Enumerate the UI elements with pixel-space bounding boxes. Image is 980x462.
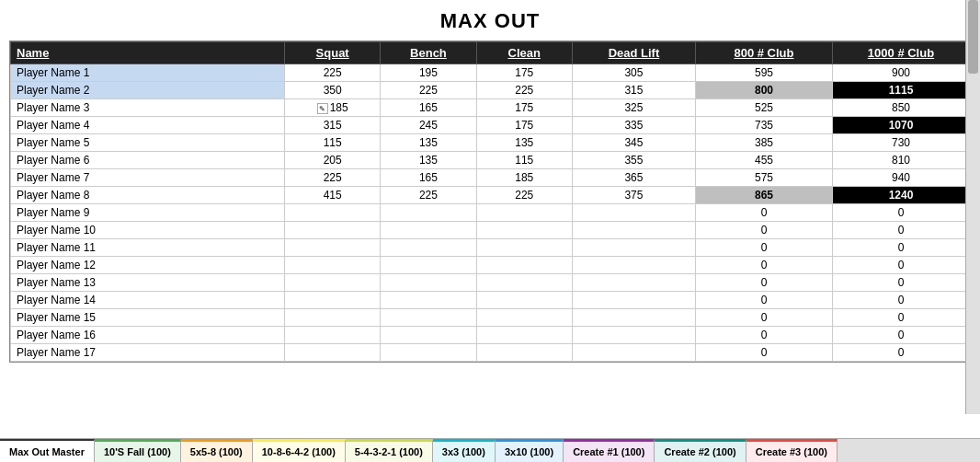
cell-squat — [285, 204, 381, 222]
cell-1000club: 0 — [832, 309, 969, 327]
table-row[interactable]: Player Name 1600 — [11, 327, 970, 344]
table-row[interactable]: Player Name 1400 — [11, 292, 970, 309]
cell-squat — [285, 274, 381, 292]
cell-deadlift — [572, 204, 695, 222]
table-row[interactable]: Player Name 84152252253758651240 — [11, 187, 970, 204]
table-row[interactable]: Player Name 1000 — [11, 222, 970, 239]
cell-800club: 0 — [695, 344, 832, 362]
table-body: Player Name 1225195175305595900Player Na… — [11, 64, 970, 362]
tab-item[interactable]: 5-4-3-2-1 (100) — [346, 439, 433, 462]
cell-800club: 0 — [695, 239, 832, 257]
cell-bench — [381, 257, 476, 274]
cell-bench: 135 — [381, 152, 476, 169]
cell-clean — [476, 222, 572, 239]
cell-deadlift — [572, 257, 695, 274]
cell-1000club: 1240 — [832, 187, 969, 204]
table-row[interactable]: Player Name 23502252253158001115 — [11, 82, 970, 99]
cell-squat — [285, 257, 381, 274]
cell-1000club: 0 — [832, 204, 969, 222]
cell-clean — [476, 292, 572, 309]
cell-800club: 0 — [695, 274, 832, 292]
cell-deadlift: 305 — [572, 64, 695, 82]
tab-item[interactable]: Create #3 (100) — [746, 439, 838, 462]
cell-squat: 115 — [285, 134, 381, 152]
scrollbar[interactable] — [965, 0, 980, 414]
cell-clean — [476, 309, 572, 327]
max-out-table: Name Squat Bench Clean Dead Lift 800 # C… — [10, 41, 970, 362]
cell-800club: 0 — [695, 292, 832, 309]
cell-name: Player Name 10 — [11, 222, 285, 239]
table-row[interactable]: Player Name 1700 — [11, 344, 970, 362]
cell-deadlift — [572, 222, 695, 239]
table-row[interactable]: Player Name 5115135135345385730 — [11, 134, 970, 152]
cell-deadlift — [572, 239, 695, 257]
cell-bench: 165 — [381, 99, 476, 117]
cell-1000club: 0 — [832, 257, 969, 274]
cell-name: Player Name 5 — [11, 134, 285, 152]
col-header-800: 800 # Club — [695, 42, 832, 64]
cell-bench: 225 — [381, 82, 476, 99]
edit-icon: ✎ — [317, 103, 328, 114]
cell-deadlift — [572, 344, 695, 362]
cell-name: Player Name 6 — [11, 152, 285, 169]
table-header-row: Name Squat Bench Clean Dead Lift 800 # C… — [11, 42, 970, 64]
tab-item[interactable]: Max Out Master — [0, 439, 95, 462]
cell-clean: 185 — [476, 169, 572, 187]
table-row[interactable]: Player Name 1200 — [11, 257, 970, 274]
cell-squat — [285, 327, 381, 344]
cell-name: Player Name 7 — [11, 169, 285, 187]
cell-deadlift: 335 — [572, 117, 695, 134]
table-row[interactable]: Player Name 900 — [11, 204, 970, 222]
cell-800club: 0 — [695, 257, 832, 274]
cell-squat: 415 — [285, 187, 381, 204]
tab-bar: Max Out Master10'S Fall (100)5x5-8 (100)… — [0, 438, 980, 462]
table-row[interactable]: Player Name 7225165185365575940 — [11, 169, 970, 187]
tab-item[interactable]: Create #1 (100) — [564, 439, 655, 462]
cell-bench — [381, 292, 476, 309]
table-row[interactable]: Player Name 3✎185165175325525850 — [11, 99, 970, 117]
cell-deadlift: 355 — [572, 152, 695, 169]
cell-name: Player Name 12 — [11, 257, 285, 274]
cell-bench — [381, 344, 476, 362]
cell-1000club: 1070 — [832, 117, 969, 134]
cell-1000club: 940 — [832, 169, 969, 187]
cell-800club: 455 — [695, 152, 832, 169]
tab-item[interactable]: Create #2 (100) — [655, 439, 746, 462]
cell-800club: 595 — [695, 64, 832, 82]
cell-name: Player Name 2 — [11, 82, 285, 99]
cell-name: Player Name 15 — [11, 309, 285, 327]
cell-800club: 800 — [695, 82, 832, 99]
col-header-name: Name — [11, 42, 285, 64]
cell-800club: 865 — [695, 187, 832, 204]
col-header-bench: Bench — [381, 42, 476, 64]
table-row[interactable]: Player Name 6205135115355455810 — [11, 152, 970, 169]
table-row[interactable]: Player Name 1225195175305595900 — [11, 64, 970, 82]
table-row[interactable]: Player Name 1100 — [11, 239, 970, 257]
cell-squat: 225 — [285, 64, 381, 82]
cell-1000club: 850 — [832, 99, 969, 117]
cell-name: Player Name 9 — [11, 204, 285, 222]
cell-name: Player Name 17 — [11, 344, 285, 362]
cell-clean: 135 — [476, 134, 572, 152]
table-row[interactable]: Player Name 1500 — [11, 309, 970, 327]
tab-item[interactable]: 3x3 (100) — [433, 439, 496, 462]
cell-clean — [476, 274, 572, 292]
cell-clean: 175 — [476, 64, 572, 82]
cell-bench — [381, 222, 476, 239]
cell-name: Player Name 3 — [11, 99, 285, 117]
tab-item[interactable]: 3x10 (100) — [496, 439, 564, 462]
table-row[interactable]: Player Name 1300 — [11, 274, 970, 292]
col-header-squat: Squat — [285, 42, 381, 64]
cell-name: Player Name 16 — [11, 327, 285, 344]
table-row[interactable]: Player Name 43152451753357351070 — [11, 117, 970, 134]
cell-name: Player Name 1 — [11, 64, 285, 82]
cell-name: Player Name 11 — [11, 239, 285, 257]
tab-item[interactable]: 5x5-8 (100) — [181, 439, 253, 462]
tab-item[interactable]: 10'S Fall (100) — [95, 439, 181, 462]
tab-item[interactable]: 10-8-6-4-2 (100) — [253, 439, 346, 462]
col-header-clean: Clean — [476, 42, 572, 64]
cell-clean: 225 — [476, 82, 572, 99]
cell-bench: 225 — [381, 187, 476, 204]
cell-1000club: 900 — [832, 64, 969, 82]
scrollbar-thumb[interactable] — [968, 0, 978, 74]
